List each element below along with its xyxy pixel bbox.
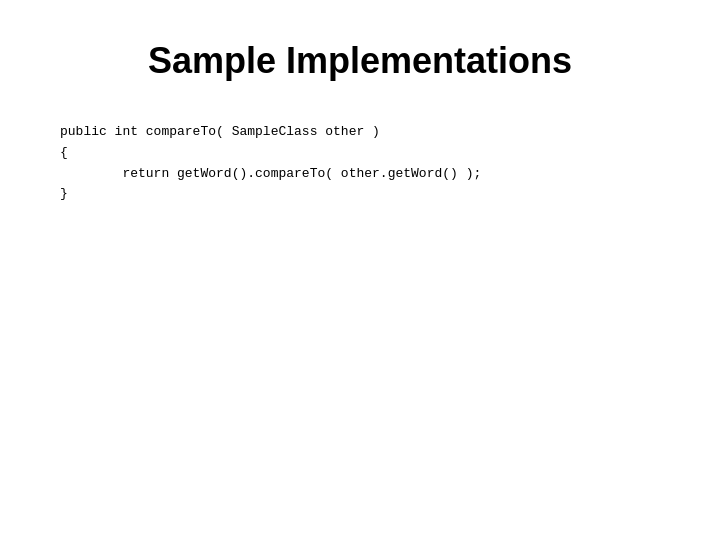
- code-block: public int compareTo( SampleClass other …: [50, 122, 670, 205]
- code-line-1: public int compareTo( SampleClass other …: [60, 122, 670, 143]
- slide-title: Sample Implementations: [50, 40, 670, 82]
- code-line-4: }: [60, 184, 670, 205]
- slide: Sample Implementations public int compar…: [0, 0, 720, 540]
- code-line-3: return getWord().compareTo( other.getWor…: [60, 164, 670, 185]
- code-line-2: {: [60, 143, 670, 164]
